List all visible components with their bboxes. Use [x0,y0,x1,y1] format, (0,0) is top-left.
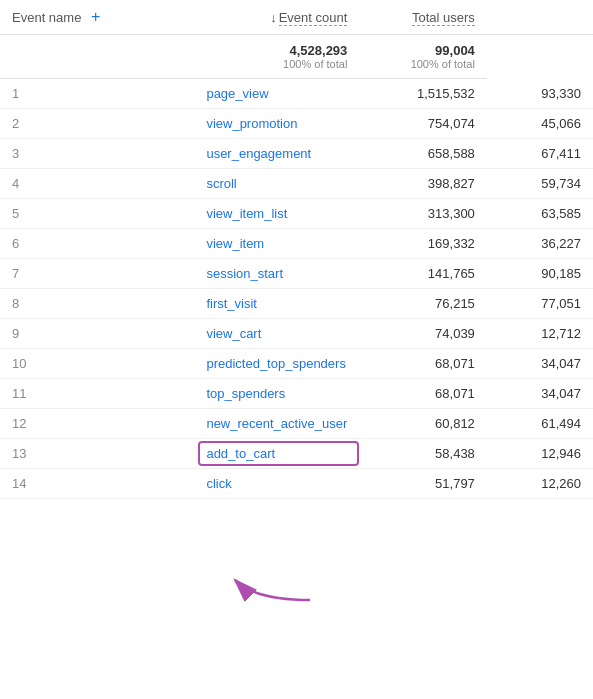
row-total-users: 90,185 [487,259,593,289]
row-event-name[interactable]: session_start [194,259,359,289]
row-event-name[interactable]: user_engagement [194,139,359,169]
total-users-header[interactable]: Total users [359,0,487,35]
row-total-users: 93,330 [487,79,593,109]
event-name-header: Event name + [0,0,194,35]
row-event-name[interactable]: predicted_top_spenders [194,349,359,379]
table-row: 9view_cart74,03912,712 [0,319,593,349]
row-rank: 4 [0,169,194,199]
event-name-label: Event name [12,10,81,25]
row-total-users: 63,585 [487,199,593,229]
table-row: 14click51,79712,260 [0,469,593,499]
event-name-link[interactable]: user_engagement [206,146,311,161]
row-rank: 10 [0,349,194,379]
row-event-name[interactable]: page_view [194,79,359,109]
row-total-users: 45,066 [487,109,593,139]
row-event-name[interactable]: view_promotion [194,109,359,139]
event-name-link[interactable]: predicted_top_spenders [206,356,346,371]
row-rank: 2 [0,109,194,139]
table-row: 7session_start141,76590,185 [0,259,593,289]
row-event-count: 754,074 [359,109,487,139]
event-name-link[interactable]: first_visit [206,296,257,311]
row-total-users: 34,047 [487,349,593,379]
row-rank: 5 [0,199,194,229]
event-count-label: Event count [279,10,348,26]
table-row: 2view_promotion754,07445,066 [0,109,593,139]
row-event-count: 658,588 [359,139,487,169]
row-event-name[interactable]: first_visit [194,289,359,319]
row-event-name[interactable]: view_cart [194,319,359,349]
table-row: 4scroll398,82759,734 [0,169,593,199]
row-rank: 7 [0,259,194,289]
row-event-count: 313,300 [359,199,487,229]
table-row: 12new_recent_active_user60,81261,494 [0,409,593,439]
row-event-count: 76,215 [359,289,487,319]
event-name-link[interactable]: add_to_cart [206,446,275,461]
row-event-name[interactable]: top_spenders [194,379,359,409]
row-total-users: 34,047 [487,379,593,409]
row-event-name[interactable]: add_to_cart [194,439,359,469]
row-total-users: 61,494 [487,409,593,439]
row-rank: 3 [0,139,194,169]
row-rank: 1 [0,79,194,109]
row-event-name[interactable]: click [194,469,359,499]
row-event-count: 398,827 [359,169,487,199]
row-total-users: 59,734 [487,169,593,199]
event-count-header[interactable]: ↓Event count [194,0,359,35]
sort-arrow-icon: ↓ [270,10,277,25]
event-name-link[interactable]: new_recent_active_user [206,416,347,431]
add-column-button[interactable]: + [91,8,100,25]
event-name-link[interactable]: top_spenders [206,386,285,401]
row-total-users: 77,051 [487,289,593,319]
event-name-link[interactable]: view_item_list [206,206,287,221]
table-row: 10predicted_top_spenders68,07134,047 [0,349,593,379]
row-event-name[interactable]: new_recent_active_user [194,409,359,439]
row-event-count: 68,071 [359,349,487,379]
totals-event-count: 4,528,293 100% of total [194,35,359,79]
totals-total-users: 99,004 100% of total [359,35,487,79]
table-row: 1page_view1,515,53293,330 [0,79,593,109]
row-rank: 9 [0,319,194,349]
row-event-count: 60,812 [359,409,487,439]
row-event-name[interactable]: view_item_list [194,199,359,229]
event-name-link[interactable]: session_start [206,266,283,281]
table-row: 11top_spenders68,07134,047 [0,379,593,409]
event-name-link[interactable]: page_view [206,86,268,101]
row-rank: 14 [0,469,194,499]
table-row: 13add_to_cart58,43812,946 [0,439,593,469]
row-total-users: 12,712 [487,319,593,349]
row-event-count: 141,765 [359,259,487,289]
table-row: 5view_item_list313,30063,585 [0,199,593,229]
row-event-name[interactable]: view_item [194,229,359,259]
row-event-count: 1,515,532 [359,79,487,109]
table-row: 8first_visit76,21577,051 [0,289,593,319]
row-event-count: 58,438 [359,439,487,469]
event-name-link[interactable]: click [206,476,231,491]
totals-name-cell [0,35,194,79]
row-event-count: 68,071 [359,379,487,409]
row-event-count: 169,332 [359,229,487,259]
totals-row: 4,528,293 100% of total 99,004 100% of t… [0,35,593,79]
row-total-users: 12,946 [487,439,593,469]
table-row: 6view_item169,33236,227 [0,229,593,259]
row-total-users: 67,411 [487,139,593,169]
event-name-link[interactable]: view_item [206,236,264,251]
table-row: 3user_engagement658,58867,411 [0,139,593,169]
row-rank: 6 [0,229,194,259]
row-total-users: 12,260 [487,469,593,499]
row-event-name[interactable]: scroll [194,169,359,199]
row-rank: 8 [0,289,194,319]
row-rank: 12 [0,409,194,439]
event-name-link[interactable]: scroll [206,176,236,191]
row-rank: 13 [0,439,194,469]
row-event-count: 74,039 [359,319,487,349]
row-event-count: 51,797 [359,469,487,499]
event-name-link[interactable]: view_promotion [206,116,297,131]
annotation-arrow [155,570,335,630]
total-users-label: Total users [412,10,475,26]
row-total-users: 36,227 [487,229,593,259]
event-name-link[interactable]: view_cart [206,326,261,341]
row-rank: 11 [0,379,194,409]
